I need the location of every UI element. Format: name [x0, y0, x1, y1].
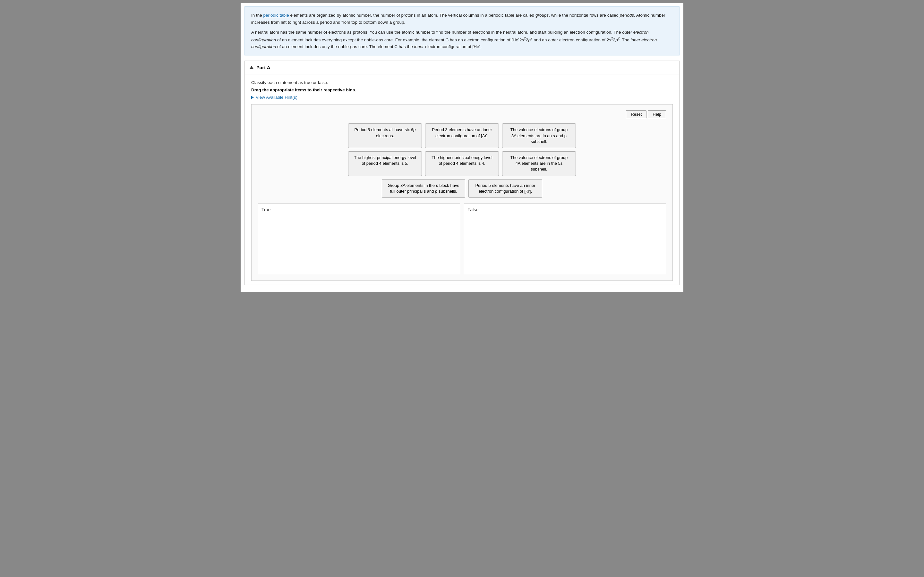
hint-text: View Available Hint(s)	[256, 95, 297, 100]
drag-item-5[interactable]: The highest principal enegy level of per…	[425, 151, 499, 176]
bins-row: True False	[258, 203, 666, 274]
top-buttons: Reset Help	[258, 110, 666, 118]
drag-item-8[interactable]: Period 5 elements have an inner electron…	[468, 179, 542, 198]
drag-row-2: The highest principal energy level of pe…	[348, 151, 576, 176]
drag-row-1: Period 5 elements all have six 5p electr…	[348, 123, 576, 148]
part-label: Part A	[256, 65, 270, 70]
hint-link[interactable]: View Available Hint(s)	[251, 95, 673, 100]
reset-button[interactable]: Reset	[626, 110, 646, 118]
drag-item-7[interactable]: Group 8A elements in the p block have fu…	[382, 179, 465, 198]
periodic-table-link[interactable]: periodic table	[263, 13, 289, 18]
hint-triangle-icon	[251, 96, 254, 99]
drag-items-grid: Period 5 elements all have six 5p electr…	[258, 123, 666, 198]
info-paragraph1: In the periodic table elements are organ…	[251, 12, 673, 26]
part-header[interactable]: Part A	[245, 61, 679, 74]
drag-item-2[interactable]: Period 3 elements have an inner electron…	[425, 123, 499, 148]
true-bin[interactable]: True	[258, 203, 460, 274]
false-bin-label: False	[467, 207, 662, 212]
true-bin-label: True	[262, 207, 457, 212]
drag-item-6[interactable]: The valence electrons of group 4A elemen…	[502, 151, 576, 176]
info-paragraph2: A neutral atom has the same number of el…	[251, 29, 673, 50]
drag-item-4[interactable]: The highest principal energy level of pe…	[348, 151, 422, 176]
part-body: Classify each statement as true or false…	[245, 74, 679, 285]
drag-area: Reset Help Period 5 elements all have si…	[251, 104, 673, 281]
part-section: Part A Classify each statement as true o…	[244, 61, 680, 285]
false-bin[interactable]: False	[464, 203, 666, 274]
drag-row-3: Group 8A elements in the p block have fu…	[382, 179, 542, 198]
collapse-triangle-icon	[249, 66, 254, 69]
classify-instruction: Classify each statement as true or false…	[251, 80, 673, 85]
drag-item-1[interactable]: Period 5 elements all have six 5p electr…	[348, 123, 422, 148]
drag-item-3[interactable]: The valence electrons of group 3A elemen…	[502, 123, 576, 148]
info-box: In the periodic table elements are organ…	[244, 6, 680, 55]
page-container: In the periodic table elements are organ…	[241, 3, 683, 292]
help-button[interactable]: Help	[648, 110, 666, 118]
drag-instruction: Drag the appropriate items to their resp…	[251, 87, 673, 92]
